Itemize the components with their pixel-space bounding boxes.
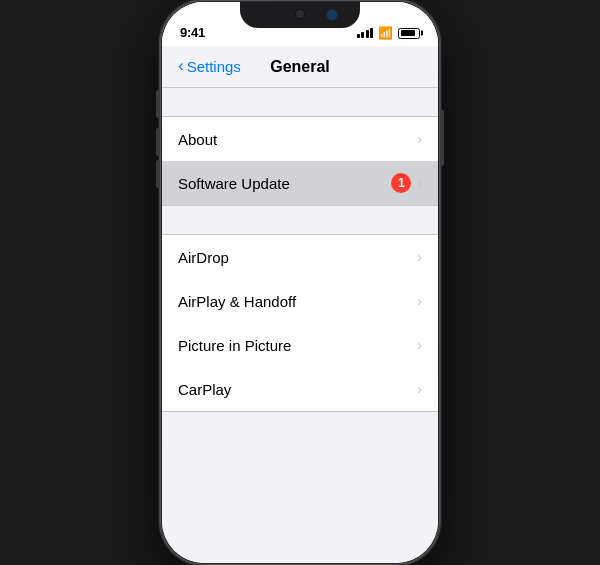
signal-bar-1 xyxy=(357,34,360,38)
software-update-row-right: 1 › xyxy=(391,173,422,193)
carplay-row-right: › xyxy=(417,381,422,397)
signal-bar-2 xyxy=(361,32,364,38)
picture-in-picture-label: Picture in Picture xyxy=(178,337,417,354)
phone-frame: 9:41 📶 xyxy=(160,0,440,565)
settings-row-software-update[interactable]: Software Update 1 › xyxy=(162,161,438,205)
carplay-label: CarPlay xyxy=(178,381,417,398)
about-chevron-icon: › xyxy=(417,131,422,147)
status-icons: 📶 xyxy=(357,26,421,40)
software-update-chevron-icon: › xyxy=(417,175,422,191)
section-gap-2 xyxy=(162,206,438,234)
notch xyxy=(240,2,360,28)
phone-screen: 9:41 📶 xyxy=(162,2,438,563)
airplay-row-right: › xyxy=(417,293,422,309)
back-chevron-icon: ‹ xyxy=(178,56,184,76)
settings-group-2: AirDrop › AirPlay & Handoff › xyxy=(162,234,438,412)
settings-group-1: About › Software Update 1 › xyxy=(162,116,438,206)
about-label: About xyxy=(178,131,417,148)
battery-body xyxy=(398,28,420,39)
signal-bars-icon xyxy=(357,28,374,38)
software-update-label: Software Update xyxy=(178,175,391,192)
wifi-icon: 📶 xyxy=(378,26,393,40)
signal-bar-3 xyxy=(366,30,369,38)
airdrop-label: AirDrop xyxy=(178,249,417,266)
settings-row-airplay[interactable]: AirPlay & Handoff › xyxy=(162,279,438,323)
carplay-chevron-icon: › xyxy=(417,381,422,397)
software-update-badge: 1 xyxy=(391,173,411,193)
settings-row-picture-in-picture[interactable]: Picture in Picture › xyxy=(162,323,438,367)
page-title: General xyxy=(270,58,330,76)
airplay-label: AirPlay & Handoff xyxy=(178,293,417,310)
navigation-bar: ‹ Settings General xyxy=(162,46,438,88)
picture-in-picture-chevron-icon: › xyxy=(417,337,422,353)
back-label: Settings xyxy=(187,58,241,75)
airdrop-chevron-icon: › xyxy=(417,249,422,265)
settings-row-carplay[interactable]: CarPlay › xyxy=(162,367,438,411)
airdrop-row-right: › xyxy=(417,249,422,265)
about-row-right: › xyxy=(417,131,422,147)
battery-icon xyxy=(398,28,420,39)
settings-row-airdrop[interactable]: AirDrop › xyxy=(162,235,438,279)
airplay-chevron-icon: › xyxy=(417,293,422,309)
picture-in-picture-row-right: › xyxy=(417,337,422,353)
settings-row-about[interactable]: About › xyxy=(162,117,438,161)
signal-bar-4 xyxy=(370,28,373,38)
back-button[interactable]: ‹ Settings xyxy=(178,57,241,76)
screen-content: 9:41 📶 xyxy=(162,2,438,563)
status-time: 9:41 xyxy=(180,25,205,40)
battery-fill xyxy=(401,30,415,36)
settings-content: About › Software Update 1 › xyxy=(162,88,438,412)
section-gap-1 xyxy=(162,88,438,116)
